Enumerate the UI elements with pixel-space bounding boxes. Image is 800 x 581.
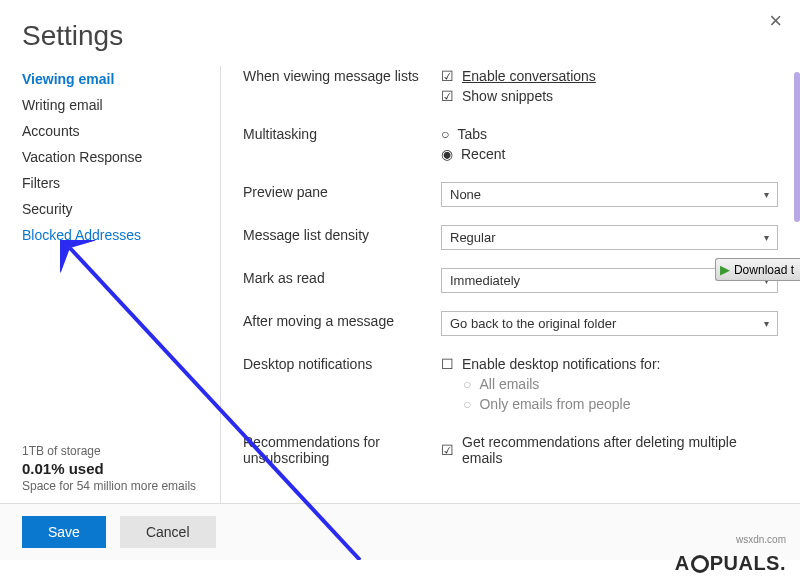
sidebar: Viewing email Writing email Accounts Vac… [0, 66, 220, 503]
label-recommendations: Recommendations for unsubscribing [243, 432, 441, 466]
radio-icon: ○ [463, 377, 471, 391]
cancel-button[interactable]: Cancel [120, 516, 216, 548]
storage-info: 1TB of storage 0.01% used Space for 54 m… [22, 444, 220, 503]
download-label: Download t [734, 263, 794, 277]
checkbox-label: Enable desktop notifications for: [462, 356, 660, 372]
label-multitasking: Multitasking [243, 124, 441, 142]
dialog-body: Viewing email Writing email Accounts Vac… [0, 66, 800, 503]
label-mark-read: Mark as read [243, 268, 441, 286]
sidebar-item-security[interactable]: Security [22, 196, 220, 222]
row-desktop-notifications: Desktop notifications ☐ Enable desktop n… [243, 354, 778, 414]
select-preview-pane[interactable]: None ▾ [441, 182, 778, 207]
row-recommendations: Recommendations for unsubscribing ☑ Get … [243, 432, 778, 468]
settings-dialog: × Settings Viewing email Writing email A… [0, 0, 800, 581]
sidebar-nav: Viewing email Writing email Accounts Vac… [22, 66, 220, 444]
download-badge[interactable]: ▶ Download t [715, 258, 800, 281]
checkbox-label: Enable conversations [462, 68, 596, 84]
chevron-down-icon: ▾ [764, 318, 769, 329]
select-after-move[interactable]: Go back to the original folder ▾ [441, 311, 778, 336]
sidebar-item-blocked-addresses[interactable]: Blocked Addresses [22, 222, 220, 248]
save-button[interactable]: Save [22, 516, 106, 548]
select-density[interactable]: Regular ▾ [441, 225, 778, 250]
gear-icon [691, 555, 709, 573]
radio-icon: ○ [463, 397, 471, 411]
radio-label: Only emails from people [479, 396, 630, 412]
sidebar-item-filters[interactable]: Filters [22, 170, 220, 196]
storage-used: 0.01% used [22, 460, 220, 477]
chevron-down-icon: ▾ [764, 189, 769, 200]
row-preview-pane: Preview pane None ▾ [243, 182, 778, 207]
close-icon[interactable]: × [769, 8, 782, 34]
sidebar-item-accounts[interactable]: Accounts [22, 118, 220, 144]
label-preview-pane: Preview pane [243, 182, 441, 200]
label-desktop-notifications: Desktop notifications [243, 354, 441, 372]
radio-label: Recent [461, 146, 505, 162]
label-density: Message list density [243, 225, 441, 243]
radio-recent[interactable]: ◉ Recent [441, 144, 778, 164]
page-title: Settings [0, 0, 800, 66]
radio-label: All emails [479, 376, 539, 392]
checkbox-enable-desktop-notifications[interactable]: ☐ Enable desktop notifications for: [441, 354, 778, 374]
radio-icon: ◉ [441, 147, 453, 161]
checkbox-icon: ☑ [441, 443, 454, 457]
checkbox-enable-conversations[interactable]: ☑ Enable conversations [441, 66, 778, 86]
watermark-source: wsxdn.com [736, 534, 786, 545]
watermark-logo: A PUALS. [675, 552, 786, 575]
sidebar-item-viewing-email[interactable]: Viewing email [22, 66, 220, 92]
checkbox-icon: ☑ [441, 69, 454, 83]
select-value: Regular [450, 230, 496, 245]
radio-label: Tabs [457, 126, 487, 142]
storage-remaining: Space for 54 million more emails [22, 479, 220, 493]
logo-text-a: A [675, 552, 690, 575]
row-density: Message list density Regular ▾ [243, 225, 778, 250]
storage-total: 1TB of storage [22, 444, 220, 458]
checkbox-icon: ☑ [441, 89, 454, 103]
checkbox-label: Get recommendations after deleting multi… [462, 434, 778, 466]
radio-tabs[interactable]: ○ Tabs [441, 124, 778, 144]
label-after-move: After moving a message [243, 311, 441, 329]
row-viewing-lists: When viewing message lists ☑ Enable conv… [243, 66, 778, 106]
row-multitasking: Multitasking ○ Tabs ◉ Recent [243, 124, 778, 164]
radio-icon: ○ [441, 127, 449, 141]
row-after-move: After moving a message Go back to the or… [243, 311, 778, 336]
select-value: Go back to the original folder [450, 316, 616, 331]
checkbox-label: Show snippets [462, 88, 553, 104]
chevron-down-icon: ▾ [764, 232, 769, 243]
select-value: None [450, 187, 481, 202]
sidebar-item-vacation-response[interactable]: Vacation Response [22, 144, 220, 170]
row-mark-read: Mark as read Immediately ▾ [243, 268, 778, 293]
checkbox-show-snippets[interactable]: ☑ Show snippets [441, 86, 778, 106]
scrollbar-thumb[interactable] [794, 72, 800, 222]
checkbox-icon: ☐ [441, 357, 454, 371]
radio-all-emails: ○ All emails [463, 374, 778, 394]
radio-only-people: ○ Only emails from people [463, 394, 778, 414]
checkbox-get-recommendations[interactable]: ☑ Get recommendations after deleting mul… [441, 432, 778, 468]
play-icon: ▶ [720, 262, 730, 277]
sidebar-item-writing-email[interactable]: Writing email [22, 92, 220, 118]
logo-text-b: PUALS. [710, 552, 786, 575]
settings-content[interactable]: When viewing message lists ☑ Enable conv… [220, 66, 800, 503]
label-viewing-lists: When viewing message lists [243, 66, 441, 84]
select-value: Immediately [450, 273, 520, 288]
